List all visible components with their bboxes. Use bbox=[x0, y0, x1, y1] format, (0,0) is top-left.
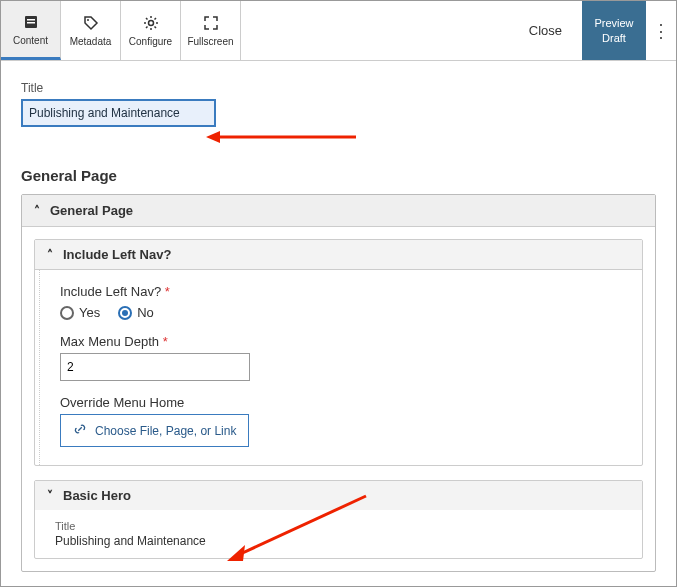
include-left-nav-panel: ˄ Include Left Nav? Include Left Nav? * … bbox=[34, 239, 643, 466]
tag-icon bbox=[82, 14, 100, 32]
toolbar: Content Metadata Configure Fullscreen Cl… bbox=[1, 1, 676, 61]
general-page-header[interactable]: ˄ General Page bbox=[22, 195, 655, 227]
tab-fullscreen[interactable]: Fullscreen bbox=[181, 1, 241, 60]
general-page-panel: ˄ General Page ˄ Include Left Nav? Inclu… bbox=[21, 194, 656, 572]
basic-hero-title-value: Publishing and Maintenance bbox=[55, 534, 622, 548]
tab-content-label: Content bbox=[13, 35, 48, 46]
basic-hero-header[interactable]: ˅ Basic Hero bbox=[35, 481, 642, 510]
required-marker: * bbox=[163, 334, 168, 349]
required-marker: * bbox=[165, 284, 170, 299]
radio-icon-selected bbox=[118, 306, 132, 320]
title-label: Title bbox=[21, 81, 656, 95]
svg-point-3 bbox=[87, 19, 89, 21]
include-left-nav-question: Include Left Nav? bbox=[60, 284, 161, 299]
override-label: Override Menu Home bbox=[60, 395, 184, 410]
content-icon bbox=[22, 13, 40, 31]
radio-no[interactable]: No bbox=[118, 305, 154, 320]
include-left-nav-header-label: Include Left Nav? bbox=[63, 247, 171, 262]
tab-configure[interactable]: Configure bbox=[121, 1, 181, 60]
tab-metadata[interactable]: Metadata bbox=[61, 1, 121, 60]
radio-icon bbox=[60, 306, 74, 320]
tab-configure-label: Configure bbox=[129, 36, 172, 47]
link-icon bbox=[73, 422, 87, 439]
radio-no-label: No bbox=[137, 305, 154, 320]
svg-rect-1 bbox=[27, 19, 35, 21]
chevron-up-icon: ˄ bbox=[32, 204, 42, 218]
override-chooser-label: Choose File, Page, or Link bbox=[95, 424, 236, 438]
general-page-header-label: General Page bbox=[50, 203, 133, 218]
more-menu-button[interactable]: ⋮ bbox=[646, 1, 676, 60]
basic-hero-panel: ˅ Basic Hero Title Publishing and Mainte… bbox=[34, 480, 643, 559]
max-depth-input[interactable] bbox=[60, 353, 250, 381]
chevron-up-icon: ˄ bbox=[45, 248, 55, 262]
include-left-nav-header[interactable]: ˄ Include Left Nav? bbox=[35, 240, 642, 270]
override-chooser[interactable]: Choose File, Page, or Link bbox=[60, 414, 249, 447]
gear-icon bbox=[142, 14, 160, 32]
radio-yes-label: Yes bbox=[79, 305, 100, 320]
radio-yes[interactable]: Yes bbox=[60, 305, 100, 320]
basic-hero-title-label: Title bbox=[55, 520, 622, 532]
section-heading: General Page bbox=[21, 167, 656, 184]
svg-point-4 bbox=[148, 21, 153, 26]
title-input[interactable] bbox=[21, 99, 216, 127]
kebab-icon: ⋮ bbox=[652, 20, 670, 42]
close-button[interactable]: Close bbox=[509, 23, 582, 38]
tab-content[interactable]: Content bbox=[1, 1, 61, 60]
svg-rect-2 bbox=[27, 22, 35, 24]
fullscreen-icon bbox=[202, 14, 220, 32]
max-depth-label: Max Menu Depth bbox=[60, 334, 159, 349]
preview-draft-button[interactable]: Preview Draft bbox=[582, 1, 646, 60]
basic-hero-header-label: Basic Hero bbox=[63, 488, 131, 503]
chevron-down-icon: ˅ bbox=[45, 489, 55, 503]
tab-fullscreen-label: Fullscreen bbox=[187, 36, 233, 47]
tab-metadata-label: Metadata bbox=[70, 36, 112, 47]
